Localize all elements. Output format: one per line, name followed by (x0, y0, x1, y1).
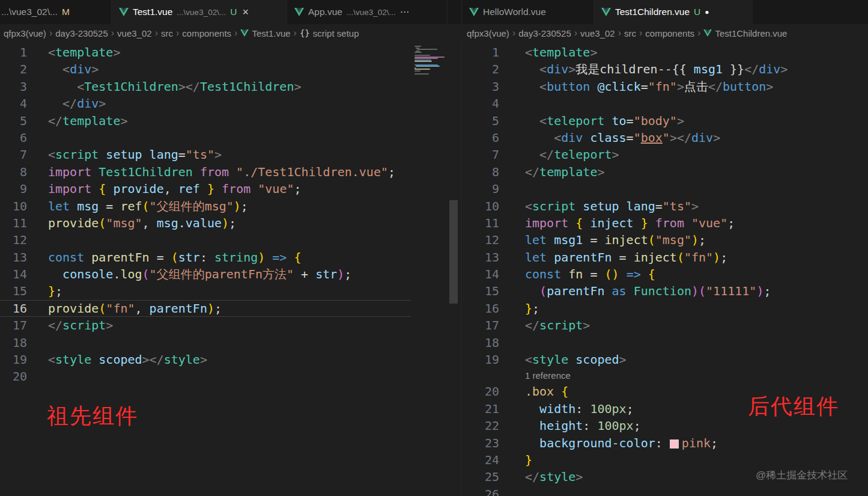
line-number[interactable]: 26 (462, 486, 499, 496)
code-line[interactable]: 9 (462, 180, 868, 197)
line-number[interactable]: 16 (462, 300, 499, 317)
breadcrumb-item[interactable]: {}script setup (300, 28, 359, 38)
line-number[interactable]: 1 (462, 44, 499, 61)
line-number[interactable]: 11 (0, 215, 27, 231)
code-text[interactable]: import Test1Children from "./Test1Childr… (27, 164, 395, 180)
code-text[interactable]: }; (499, 300, 539, 317)
line-number[interactable]: 14 (0, 266, 27, 283)
code-text[interactable] (27, 129, 48, 146)
breadcrumb-item[interactable]: day3-230525 (55, 28, 108, 38)
line-number[interactable]: 13 (462, 249, 499, 266)
code-line[interactable]: 11provide("msg", msg.value); (0, 215, 461, 231)
breadcrumb-item[interactable]: components (182, 28, 231, 38)
code-text[interactable]: <template> (499, 44, 597, 61)
code-text[interactable]: <div>我是children--{{ msg1 }}</div> (499, 61, 788, 78)
code-text[interactable]: import { provide, ref } from "vue"; (27, 180, 302, 197)
breadcrumb-item[interactable]: vue3_02 (117, 28, 152, 38)
code-text[interactable]: provide("msg", msg.value); (27, 215, 236, 231)
code-text[interactable]: </template> (499, 164, 604, 180)
code-line[interactable]: 19<style scoped></style> (0, 351, 461, 368)
code-line[interactable]: 7<script setup lang="ts"> (0, 146, 461, 163)
code-line[interactable]: 1<template> (462, 44, 868, 61)
line-number[interactable]: 15 (0, 283, 27, 299)
breadcrumb-item[interactable]: Test1.vue (240, 28, 290, 38)
code-text[interactable]: <button @click="fn">点击</button> (499, 78, 773, 95)
line-number[interactable]: 3 (0, 78, 27, 95)
code-line[interactable]: 3 <Test1Children></Test1Children> (0, 78, 461, 95)
breadcrumb-item[interactable]: qfpx3(vue) (4, 28, 46, 38)
line-number[interactable]: 13 (0, 249, 27, 266)
line-number[interactable]: 17 (462, 317, 499, 334)
line-number[interactable]: 18 (462, 334, 499, 351)
line-number[interactable]: 16 (0, 300, 27, 317)
color-swatch-pink[interactable] (670, 439, 679, 449)
line-number[interactable]: 5 (0, 112, 27, 129)
code-text[interactable]: <teleport to="body"> (499, 112, 684, 129)
line-number[interactable]: 11 (462, 215, 499, 231)
code-text[interactable]: <div class="box"></div> (499, 129, 720, 146)
code-line[interactable]: 14 console.log("父组件的parentFn方法" + str); (0, 266, 461, 283)
code-text[interactable]: <div> (27, 61, 99, 78)
breadcrumb-item[interactable]: src (161, 28, 173, 38)
codelens-references[interactable]: 1 reference (462, 368, 868, 383)
code-text[interactable]: <Test1Children></Test1Children> (27, 78, 301, 95)
code-line[interactable]: 6 <div class="box"></div> (462, 129, 868, 146)
close-tab-button[interactable]: × (242, 6, 249, 19)
code-text[interactable]: let msg1 = inject("msg"); (499, 231, 706, 248)
code-line[interactable]: 14const fn = () => { (462, 266, 868, 283)
line-number[interactable]: 9 (462, 180, 499, 197)
code-text[interactable]: <script setup lang="ts"> (27, 146, 222, 163)
tab-test1-vue[interactable]: Test1.vue ...\vue3_02\... U × (112, 0, 287, 24)
code-line[interactable]: 8import Test1Children from "./Test1Child… (0, 164, 461, 180)
line-number[interactable]: 19 (0, 351, 27, 368)
line-number[interactable]: 15 (462, 283, 499, 299)
code-line[interactable]: 9import { provide, ref } from "vue"; (0, 180, 461, 197)
code-line[interactable]: 5 <teleport to="body"> (462, 112, 868, 129)
line-number[interactable]: 24 (462, 452, 499, 468)
line-number[interactable]: 23 (462, 435, 499, 452)
code-text[interactable]: <style scoped> (499, 351, 627, 368)
code-line[interactable]: 13let parentFn = inject("fn"); (462, 249, 868, 266)
code-text[interactable] (499, 180, 525, 197)
code-text[interactable]: </div> (27, 95, 106, 112)
code-text[interactable] (27, 231, 48, 248)
code-line[interactable]: 11import { inject } from "vue"; (462, 215, 868, 231)
code-line[interactable]: 4 </div> (0, 95, 461, 112)
code-text[interactable]: let msg = ref("父组件的msg"); (27, 198, 248, 215)
line-number[interactable]: 2 (462, 61, 499, 78)
code-line[interactable]: 3 <button @click="fn">点击</button> (462, 78, 868, 95)
code-line[interactable]: 23 background-color: pink; (462, 435, 868, 452)
code-text[interactable] (499, 95, 525, 112)
line-number[interactable]: 20 (0, 368, 27, 385)
line-number[interactable]: 14 (462, 266, 499, 283)
line-number[interactable]: 2 (0, 61, 27, 78)
line-number[interactable]: 22 (462, 417, 499, 434)
code-line[interactable]: 5</template> (0, 112, 461, 129)
code-line[interactable]: 18 (462, 334, 868, 351)
line-number[interactable]: 25 (462, 468, 499, 485)
code-line[interactable]: 10let msg = ref("父组件的msg"); (0, 198, 461, 215)
code-line[interactable]: 26 (462, 486, 868, 496)
line-number[interactable]: 6 (0, 129, 27, 146)
code-text[interactable]: const parentFn = (str: string) => { (27, 249, 302, 266)
code-line[interactable]: 12 (0, 231, 461, 248)
line-number[interactable]: 5 (462, 112, 499, 129)
breadcrumb-item[interactable]: day3-230525 (518, 28, 571, 38)
line-number[interactable]: 4 (0, 95, 27, 112)
line-number[interactable]: 8 (0, 164, 27, 180)
line-number[interactable]: 7 (0, 146, 27, 163)
code-line[interactable]: 17</script> (0, 317, 461, 334)
code-line[interactable]: 7 </teleport> (462, 146, 868, 163)
code-text[interactable] (27, 368, 48, 385)
code-line[interactable]: 24} (462, 452, 868, 468)
line-number[interactable]: 9 (0, 180, 27, 197)
line-number[interactable]: 19 (462, 351, 499, 368)
code-text[interactable]: let parentFn = inject("fn"); (499, 249, 727, 266)
line-number[interactable]: 4 (462, 95, 499, 112)
code-text[interactable]: const fn = () => { (499, 266, 655, 283)
minimap[interactable] (414, 46, 446, 76)
scrollbar-thumb[interactable] (449, 200, 458, 304)
line-number[interactable]: 8 (462, 164, 499, 180)
code-text[interactable]: <script setup lang="ts"> (499, 198, 699, 215)
code-text[interactable]: </style> (499, 468, 583, 485)
